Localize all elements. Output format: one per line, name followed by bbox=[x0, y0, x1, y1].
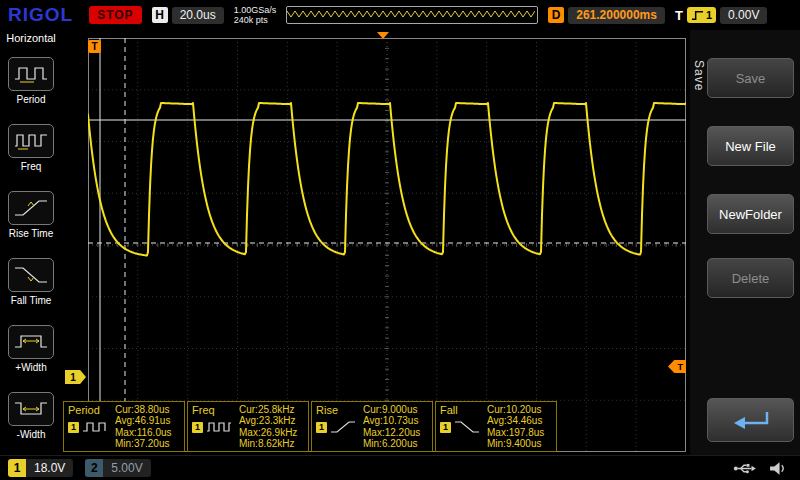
delay-control[interactable]: D 261.200000ms bbox=[548, 7, 665, 24]
freq-icon bbox=[206, 420, 232, 434]
waveform-plot bbox=[88, 38, 686, 452]
back-button[interactable] bbox=[707, 398, 794, 442]
plus-width-icon bbox=[8, 325, 54, 359]
menu-item-label: Freq bbox=[21, 161, 42, 172]
rise-time-icon bbox=[8, 191, 54, 225]
run-state-badge[interactable]: STOP bbox=[89, 6, 141, 24]
measurement-fall: Fall 1 Cur:10.20us Avg:34.46us Max:197.8… bbox=[435, 401, 557, 452]
preview-waveform-icon bbox=[287, 7, 535, 23]
trigger-level-value: 0.00V bbox=[720, 7, 767, 24]
return-arrow-icon bbox=[727, 407, 775, 433]
menu-item-minus-width[interactable]: -Width bbox=[2, 382, 60, 449]
oscilloscope-screen: RIGOL STOP H 20.0us 1.00GSa/s 240k pts D… bbox=[0, 0, 800, 480]
channel2-badge: 2 bbox=[85, 459, 103, 477]
channel1-status[interactable]: 1 18.0V bbox=[8, 459, 73, 477]
measurement-max: Max:197.8us bbox=[487, 427, 552, 438]
channel1-scale: 18.0V bbox=[26, 461, 73, 475]
measurement-avg: Avg:46.91us bbox=[115, 415, 180, 426]
period-icon bbox=[8, 57, 54, 91]
measurement-cur: Cur:10.20us bbox=[487, 404, 552, 415]
new-folder-button[interactable]: NewFolder bbox=[707, 194, 794, 234]
channel-badge: 1 bbox=[192, 422, 203, 433]
measurement-min: Min:37.20us bbox=[115, 438, 180, 449]
channel1-ground-marker[interactable]: 1 bbox=[65, 370, 86, 384]
trigger-control[interactable]: T 1 0.00V bbox=[675, 7, 767, 24]
scope-display-area: T T 1 bbox=[62, 30, 690, 455]
memory-depth: 240k pts bbox=[234, 15, 277, 25]
measurement-min: Min:8.62kHz bbox=[239, 438, 304, 449]
trigger-position-marker: T bbox=[88, 40, 101, 53]
channel2-scale: 5.00V bbox=[103, 461, 150, 475]
channel-status-bar: 1 18.0V 2 5.00V bbox=[0, 455, 800, 480]
measurement-max: Max:12.20us bbox=[363, 427, 428, 438]
measurement-max: Max:26.9kHz bbox=[239, 427, 304, 438]
channel-badge: 1 bbox=[316, 422, 327, 433]
sample-rate: 1.00GSa/s bbox=[234, 5, 277, 15]
rigol-logo: RIGOL bbox=[8, 4, 73, 26]
menu-item-rise-time[interactable]: Rise Time bbox=[2, 181, 60, 248]
measurement-freq: Freq 1 Cur:25.8kHz Avg:23.3kHz Max:26.9k… bbox=[187, 401, 309, 452]
measurement-label: Period bbox=[68, 404, 115, 416]
menu-item-label: Fall Time bbox=[11, 295, 52, 306]
trigger-time-marker-icon[interactable] bbox=[377, 32, 389, 39]
measurement-avg: Avg:23.3kHz bbox=[239, 415, 304, 426]
menu-item-label: Period bbox=[17, 94, 46, 105]
horizontal-label: H bbox=[152, 7, 168, 23]
menu-item-plus-width[interactable]: +Width bbox=[2, 315, 60, 382]
measurement-label: Freq bbox=[192, 404, 239, 416]
channel1-badge: 1 bbox=[8, 459, 26, 477]
measurement-avg: Avg:34.46us bbox=[487, 415, 552, 426]
fall-time-icon bbox=[8, 258, 54, 292]
measurement-rise: Rise 1 Cur:9.000us Avg:10.73us Max:12.20… bbox=[311, 401, 433, 452]
fall-icon bbox=[454, 420, 480, 434]
acquisition-info: 1.00GSa/s 240k pts bbox=[234, 5, 277, 25]
measurement-label: Fall bbox=[440, 404, 487, 416]
delay-label: D bbox=[548, 7, 564, 23]
trigger-source-badge: 1 bbox=[687, 7, 716, 23]
period-icon bbox=[82, 420, 108, 434]
speaker-icon bbox=[769, 461, 788, 476]
measurement-period: Period 1 Cur:38.80us Avg:46.91us Max:116… bbox=[63, 401, 185, 452]
measurement-cur: Cur:38.80us bbox=[115, 404, 180, 415]
measurement-cur: Cur:9.000us bbox=[363, 404, 428, 415]
measurement-cur: Cur:25.8kHz bbox=[239, 404, 304, 415]
measurement-panel: Period 1 Cur:38.80us Avg:46.91us Max:116… bbox=[63, 401, 557, 452]
measurement-avg: Avg:10.73us bbox=[363, 415, 428, 426]
horizontal-position-preview bbox=[286, 6, 538, 24]
softkey-menu: Save Save New File NewFolder Delete bbox=[690, 30, 800, 455]
measure-menu-title: Horizontal bbox=[6, 32, 56, 47]
menu-item-freq[interactable]: Freq bbox=[2, 114, 60, 181]
measurement-label: Rise bbox=[316, 404, 363, 416]
delete-button[interactable]: Delete bbox=[707, 258, 794, 298]
minus-width-icon bbox=[8, 392, 54, 426]
measurement-max: Max:116.0us bbox=[115, 427, 180, 438]
measure-item-menu: Horizontal Period Freq bbox=[0, 30, 62, 455]
new-file-button[interactable]: New File bbox=[707, 126, 794, 166]
measurement-min: Min:9.400us bbox=[487, 438, 552, 449]
channel2-status[interactable]: 2 5.00V bbox=[85, 459, 150, 477]
top-status-bar: RIGOL STOP H 20.0us 1.00GSa/s 240k pts D… bbox=[0, 0, 800, 30]
timebase-value: 20.0us bbox=[172, 7, 224, 24]
trigger-label: T bbox=[675, 8, 683, 23]
freq-icon bbox=[8, 124, 54, 158]
menu-item-label: +Width bbox=[15, 362, 46, 373]
menu-tab-save: Save bbox=[692, 60, 706, 91]
channel-badge: 1 bbox=[68, 422, 79, 433]
save-button[interactable]: Save bbox=[707, 58, 794, 98]
rising-edge-icon bbox=[691, 10, 704, 21]
delay-value: 261.200000ms bbox=[568, 7, 665, 24]
timebase-control[interactable]: H 20.0us bbox=[152, 7, 224, 24]
channel-badge: 1 bbox=[440, 422, 451, 433]
menu-item-fall-time[interactable]: Fall Time bbox=[2, 248, 60, 315]
menu-item-label: Rise Time bbox=[9, 228, 53, 239]
usb-icon bbox=[733, 462, 757, 475]
rise-icon bbox=[330, 420, 356, 434]
measurement-min: Min:6.200us bbox=[363, 438, 428, 449]
trigger-channel: 1 bbox=[706, 9, 712, 21]
menu-item-label: -Width bbox=[17, 429, 46, 440]
menu-item-period[interactable]: Period bbox=[2, 47, 60, 114]
